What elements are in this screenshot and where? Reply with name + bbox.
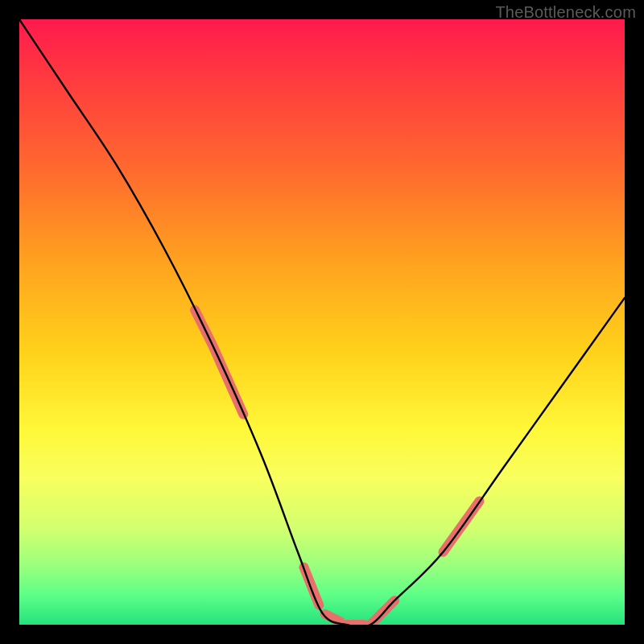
watermark-text: TheBottleneck.com bbox=[495, 3, 636, 22]
plot-area bbox=[19, 19, 625, 625]
bottleneck-curve bbox=[19, 19, 625, 625]
curve-layer bbox=[19, 19, 625, 625]
chart-frame: TheBottleneck.com bbox=[0, 0, 644, 644]
highlight-segments bbox=[195, 310, 479, 625]
